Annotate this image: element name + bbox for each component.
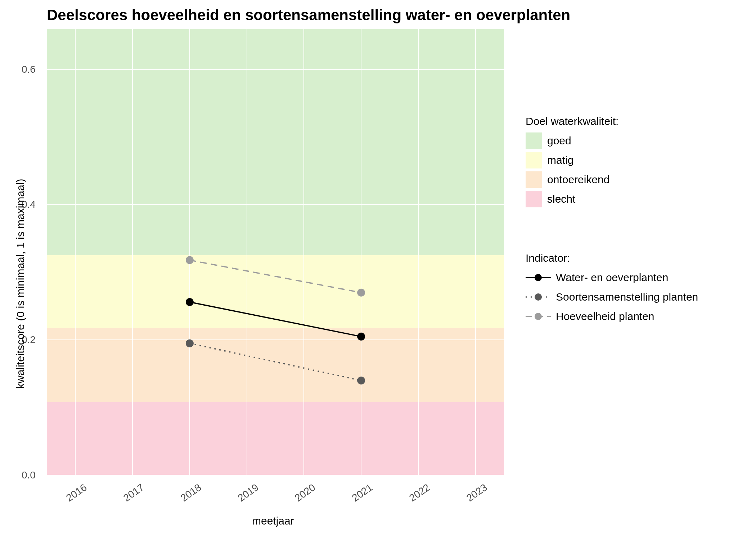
legend-indicator-title: Indicator:: [526, 252, 698, 264]
data-point: [186, 298, 194, 306]
legend-label: goed: [547, 135, 571, 147]
legend-line-swatch: [526, 311, 551, 322]
series-line: [190, 260, 361, 293]
legend-swatch: [526, 152, 542, 168]
legend-label: Hoeveelheid planten: [556, 310, 654, 323]
svg-point-3: [535, 293, 542, 301]
x-tick-label: 2022: [402, 482, 432, 508]
legend-line-swatch: [526, 272, 551, 283]
x-tick-label: 2020: [288, 482, 318, 508]
x-tick-label: 2023: [459, 482, 489, 508]
svg-point-1: [535, 274, 542, 281]
legend-swatch: [526, 171, 542, 188]
svg-point-5: [535, 313, 542, 320]
legend-item-goed: goed: [526, 132, 618, 149]
legend-line-swatch: [526, 292, 551, 302]
data-point: [357, 377, 365, 384]
x-tick-label: 2019: [230, 482, 261, 508]
legend-quality: Doel waterkwaliteit: goedmatigontoereike…: [526, 115, 618, 210]
legend-label: ontoereikend: [547, 174, 609, 186]
legend-label: Soortensamenstelling planten: [556, 291, 698, 303]
legend-item-slecht: slecht: [526, 191, 618, 207]
legend-item-ontoereikend: ontoereikend: [526, 171, 618, 188]
x-tick-label: 2018: [173, 482, 203, 508]
data-point: [357, 289, 365, 297]
plot-area: 0.00.20.40.62016201720182019202020212022…: [47, 29, 504, 475]
legend-label: slecht: [547, 193, 575, 205]
legend-label: matig: [547, 154, 573, 166]
chart-title: Deelscores hoeveelheid en soortensamenst…: [47, 6, 570, 24]
legend-swatch: [526, 191, 542, 207]
x-axis-label: meetjaar: [252, 515, 294, 527]
legend-indicator: Indicator: Water- en oeverplantenSoorten…: [526, 252, 698, 328]
legend-quality-title: Doel waterkwaliteit:: [526, 115, 618, 127]
y-axis-label: kwaliteitscore (0 is minimaal, 1 is maxi…: [14, 179, 27, 389]
series-line: [190, 302, 361, 337]
data-point: [357, 333, 365, 341]
x-tick-label: 2021: [345, 482, 375, 508]
data-point: [186, 339, 194, 347]
legend-label: Water- en oeverplanten: [556, 271, 668, 284]
x-tick-label: 2016: [59, 482, 89, 508]
x-tick-label: 2017: [116, 482, 147, 508]
legend-item-matig: matig: [526, 152, 618, 168]
legend-item-series: Hoeveelheid planten: [526, 308, 698, 325]
data-point: [186, 256, 194, 264]
y-tick-label: 0.0: [22, 469, 36, 481]
legend-swatch: [526, 132, 542, 149]
series-line: [190, 343, 361, 381]
legend-item-series: Soortensamenstelling planten: [526, 289, 698, 305]
y-tick-label: 0.6: [22, 64, 36, 75]
legend-item-series: Water- en oeverplanten: [526, 269, 698, 286]
